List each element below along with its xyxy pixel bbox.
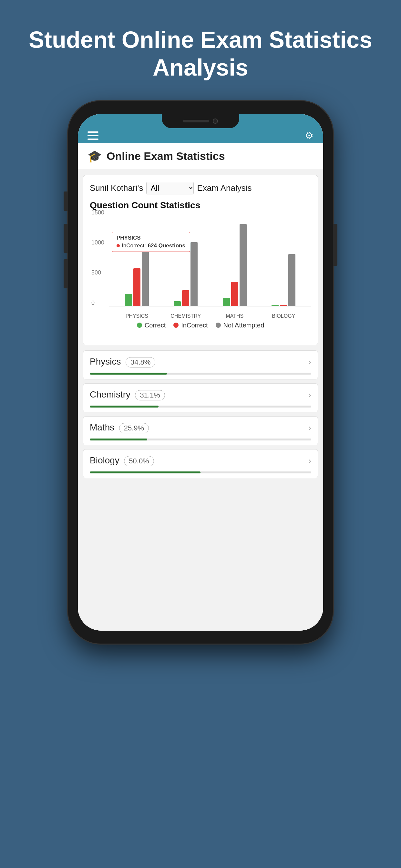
x-label-chemistry: CHEMISTRY xyxy=(161,313,211,319)
chevron-right-icon-biology: › xyxy=(308,456,311,466)
subject-chemistry-progress-fill xyxy=(90,406,158,407)
subject-chemistry-label: Chemistry xyxy=(90,390,130,399)
y-label-1500: 1500 xyxy=(91,209,104,216)
chart-container: 1500 1000 500 0 xyxy=(90,216,311,338)
exam-analysis-label: Exam Analysis xyxy=(197,183,251,193)
chart-legend: Correct InCorrect Not Attempted xyxy=(90,321,311,329)
subject-chemistry-badge: 31.1% xyxy=(135,390,165,400)
subject-row-physics-top: Physics 34.8% › xyxy=(83,351,318,370)
legend-not-attempted-label: Not Attempted xyxy=(223,321,265,329)
hero-title: Student Online Exam Statistics Analysis xyxy=(0,26,401,82)
bar-maths-incorrect xyxy=(231,282,238,306)
x-axis-labels: PHYSICS CHEMISTRY MATHS BIOLOGY xyxy=(109,313,311,319)
legend-not-attempted-dot xyxy=(216,322,221,328)
bar-biology-not-attempted xyxy=(288,254,296,306)
notch xyxy=(162,114,239,128)
subject-physics-progress-fill xyxy=(90,373,167,375)
legend-correct-dot xyxy=(137,322,142,328)
subject-row-maths[interactable]: Maths 25.9% › xyxy=(83,416,318,445)
legend-incorrect-dot xyxy=(174,322,179,328)
chevron-right-icon-maths: › xyxy=(308,423,311,433)
stats-card: Sunil Kothari's All Physics Chemistry Ma… xyxy=(83,175,318,345)
legend-correct-label: Correct xyxy=(145,321,166,329)
subject-maths-progress-fill xyxy=(90,438,147,440)
subject-row-biology[interactable]: Biology 50.0% › xyxy=(83,449,318,478)
subject-physics-name: Physics 34.8% xyxy=(90,356,155,368)
chevron-right-icon-physics: › xyxy=(308,357,311,367)
subject-list: Physics 34.8% › xyxy=(83,350,318,482)
subject-physics-badge: 34.8% xyxy=(126,357,155,368)
bar-physics-correct xyxy=(125,294,132,306)
subject-chemistry-progress-bar xyxy=(90,406,311,407)
tooltip-subject: PHYSICS xyxy=(117,235,185,241)
subject-maths-label: Maths xyxy=(90,423,114,432)
volume-down-button xyxy=(64,259,68,288)
x-label-physics: PHYSICS xyxy=(112,313,161,319)
subject-row-chemistry[interactable]: Chemistry 31.1% › xyxy=(83,383,318,412)
x-label-biology: BIOLOGY xyxy=(259,313,308,319)
legend-incorrect: InCorrect xyxy=(174,321,208,329)
y-label-0: 0 xyxy=(91,299,95,306)
tooltip-questions: 624 Questions xyxy=(148,243,185,249)
volume-up-button xyxy=(64,224,68,253)
subject-maths-badge: 25.9% xyxy=(119,423,149,433)
bar-chemistry-incorrect xyxy=(182,290,189,306)
subject-maths-progress-bar xyxy=(90,438,311,440)
chart-tooltip: PHYSICS InCorrect: 624 Questions xyxy=(112,232,190,252)
mute-button xyxy=(64,191,68,211)
phone-screen: ⚙ 🎓 Online Exam Statistics Sunil Kothari… xyxy=(78,114,323,631)
phone-shell: ⚙ 🎓 Online Exam Statistics Sunil Kothari… xyxy=(68,101,333,644)
subject-maths-name: Maths 25.9% xyxy=(90,423,149,433)
power-button xyxy=(333,224,337,266)
tooltip-label: InCorrect: xyxy=(122,243,146,249)
subject-biology-progress-bar xyxy=(90,471,311,473)
legend-incorrect-label: InCorrect xyxy=(181,321,208,329)
menu-button[interactable] xyxy=(88,131,98,140)
bar-chemistry-correct xyxy=(174,301,181,306)
chart-area: 1500 1000 500 0 xyxy=(90,216,311,319)
grid-line-0: 0 xyxy=(109,306,311,306)
x-label-maths: MATHS xyxy=(210,313,259,319)
tooltip-dot xyxy=(117,244,120,247)
bar-physics-not-attempted xyxy=(142,246,149,306)
subject-biology-name: Biology 50.0% xyxy=(90,455,154,466)
bar-maths-correct xyxy=(223,298,230,306)
bars-container xyxy=(109,216,311,306)
bar-physics-incorrect xyxy=(133,268,141,306)
subject-biology-badge: 50.0% xyxy=(124,456,154,466)
chart-section-title: Question Count Statistics xyxy=(90,200,311,211)
subject-row-chemistry-top: Chemistry 31.1% › xyxy=(83,383,318,403)
tooltip-value: InCorrect: 624 Questions xyxy=(117,243,185,249)
subject-physics-progress-bar xyxy=(90,373,311,375)
page-title: Online Exam Statistics xyxy=(106,150,225,162)
y-label-500: 500 xyxy=(91,269,101,276)
y-label-1000: 1000 xyxy=(91,239,104,246)
exam-filter-select[interactable]: All Physics Chemistry Maths Biology xyxy=(146,182,194,194)
phone-mockup: ⚙ 🎓 Online Exam Statistics Sunil Kothari… xyxy=(68,101,333,644)
legend-not-attempted: Not Attempted xyxy=(216,321,265,329)
subject-row-maths-top: Maths 25.9% › xyxy=(83,416,318,436)
bar-chemistry-not-attempted xyxy=(190,242,197,306)
student-name: Sunil Kothari's xyxy=(90,183,143,193)
front-camera xyxy=(213,119,218,124)
speaker xyxy=(183,120,209,122)
settings-icon[interactable]: ⚙ xyxy=(305,130,313,141)
main-content[interactable]: Sunil Kothari's All Physics Chemistry Ma… xyxy=(78,170,323,631)
bar-group-physics xyxy=(112,246,161,306)
legend-correct: Correct xyxy=(137,321,166,329)
page-header: 🎓 Online Exam Statistics xyxy=(78,143,323,170)
bar-maths-not-attempted xyxy=(240,224,247,306)
bar-biology-incorrect xyxy=(280,305,287,306)
subject-biology-progress-fill xyxy=(90,471,201,473)
bar-group-biology xyxy=(259,254,308,306)
bar-group-maths xyxy=(210,224,259,306)
subject-physics-label: Physics xyxy=(90,356,121,367)
subject-chemistry-name: Chemistry 31.1% xyxy=(90,390,165,400)
subject-row-biology-top: Biology 50.0% › xyxy=(83,450,318,469)
subject-biology-label: Biology xyxy=(90,455,120,465)
subject-row-physics[interactable]: Physics 34.8% › xyxy=(83,350,318,379)
graduation-cap-icon: 🎓 xyxy=(88,150,102,163)
app-content: ⚙ 🎓 Online Exam Statistics Sunil Kothari… xyxy=(78,114,323,631)
chevron-right-icon-chemistry: › xyxy=(308,390,311,400)
student-selector: Sunil Kothari's All Physics Chemistry Ma… xyxy=(90,182,311,194)
